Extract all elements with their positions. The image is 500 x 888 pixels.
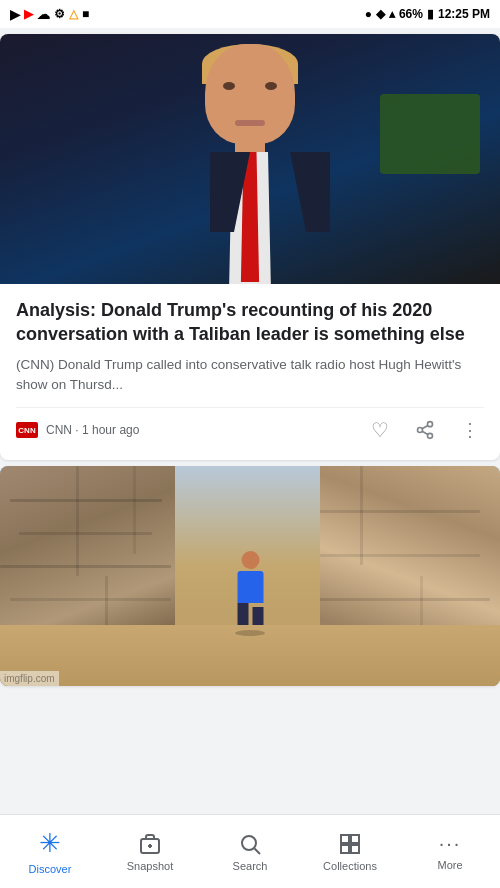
bottom-navigation: ✳ Discover Snapshot Search Collections [0, 814, 500, 888]
like-button-1[interactable]: ♡ [367, 414, 393, 446]
head [205, 44, 295, 144]
trump-figure [140, 44, 360, 284]
snapshot-icon [138, 832, 162, 856]
nav-label-snapshot: Snapshot [127, 860, 173, 872]
heart-icon: ♡ [371, 418, 389, 442]
nav-label-collections: Collections [323, 860, 377, 872]
wall-r-line-1 [310, 510, 480, 513]
archaeological-bg: imgflip.com [0, 466, 500, 686]
more-icon: ··· [439, 832, 462, 855]
youtube-icon: ▶ [24, 7, 33, 21]
person-body [237, 571, 263, 603]
watermark: imgflip.com [0, 671, 59, 686]
clock: 12:25 PM [438, 7, 490, 21]
nav-item-more[interactable]: ··· More [400, 824, 500, 879]
cnn-logo: CNN [16, 422, 38, 438]
svg-point-8 [242, 836, 256, 850]
battery-icon: ▮ [427, 7, 434, 21]
nav-item-snapshot[interactable]: Snapshot [100, 824, 200, 880]
article-card-1[interactable]: Analysis: Donald Trump's recounting of h… [0, 34, 500, 460]
article-snippet-1: (CNN) Donald Trump called into conservat… [16, 355, 484, 396]
status-bar: ▶ ▶ ☁ ⚙ △ ■ ● ◆ ▴ 66% ▮ 12:25 PM [0, 0, 500, 28]
article-content-1: Analysis: Donald Trump's recounting of h… [0, 284, 500, 460]
more-options-button-1[interactable]: ⋮ [457, 422, 484, 439]
share-icon [415, 420, 435, 440]
cnn-text: CNN [18, 426, 35, 435]
person-leg-left [237, 603, 248, 625]
wall-vert-3 [133, 466, 136, 554]
svg-line-9 [255, 848, 261, 854]
wifi-icon: ◆ [376, 7, 385, 21]
nav-item-search[interactable]: Search [200, 824, 300, 880]
person-figure [233, 551, 268, 631]
person-shadow [235, 630, 265, 636]
wall-line-4 [10, 598, 172, 601]
search-icon [238, 832, 262, 856]
svg-rect-11 [351, 835, 359, 843]
wall-vert-1 [76, 466, 79, 576]
card-actions-1: ♡ ⋮ [367, 414, 484, 446]
person-head [241, 551, 259, 569]
image-icon: ■ [82, 7, 89, 21]
svg-point-0 [428, 422, 433, 427]
article-image-2: imgflip.com [0, 466, 500, 686]
svg-point-1 [418, 428, 423, 433]
message-icon: ▶ [10, 7, 20, 22]
battery-level: 66% [399, 7, 423, 21]
signal-icon: ▴ [389, 7, 395, 21]
discover-icon: ✳ [39, 828, 61, 859]
cloud-icon: ☁ [37, 7, 50, 22]
collections-icon [338, 832, 362, 856]
svg-rect-13 [351, 845, 359, 853]
source-meta-1: CNN · 1 hour ago [46, 423, 139, 437]
person-legs [233, 603, 268, 625]
wall-r-vert-1 [360, 466, 363, 565]
svg-point-2 [428, 433, 433, 438]
nav-item-collections[interactable]: Collections [300, 824, 400, 880]
svg-line-4 [422, 426, 428, 429]
svg-rect-12 [341, 845, 349, 853]
status-icons-left: ▶ ▶ ☁ ⚙ △ ■ [10, 7, 89, 22]
article-title-1: Analysis: Donald Trump's recounting of h… [16, 298, 484, 347]
ellipsis-vertical-icon: ⋮ [461, 426, 480, 435]
nav-label-more: More [437, 859, 462, 871]
wall-line-3 [0, 565, 171, 568]
svg-line-3 [422, 431, 428, 434]
svg-rect-10 [341, 835, 349, 843]
source-info-1: CNN CNN · 1 hour ago [16, 422, 139, 438]
wall-r-line-3 [310, 598, 490, 601]
location-icon: ● [365, 7, 372, 21]
person-leg-right [252, 607, 263, 625]
share-button-1[interactable] [411, 416, 439, 444]
article-image-1 [0, 34, 500, 284]
card-footer-1: CNN CNN · 1 hour ago ♡ [16, 407, 484, 450]
main-content: ▶ ▶ ☁ ⚙ △ ■ ● ◆ ▴ 66% ▮ 12:25 PM [0, 0, 500, 772]
nav-item-discover[interactable]: ✳ Discover [0, 820, 100, 883]
nav-label-discover: Discover [29, 863, 72, 875]
warning-icon: △ [69, 7, 78, 21]
bg-accent [380, 94, 480, 174]
file-icon: ⚙ [54, 7, 65, 21]
wall-r-line-2 [320, 554, 480, 557]
article-card-2[interactable]: imgflip.com [0, 466, 500, 686]
status-info-right: ● ◆ ▴ 66% ▮ 12:25 PM [365, 7, 490, 21]
wall-line-1 [10, 499, 162, 502]
nav-label-search: Search [233, 860, 268, 872]
